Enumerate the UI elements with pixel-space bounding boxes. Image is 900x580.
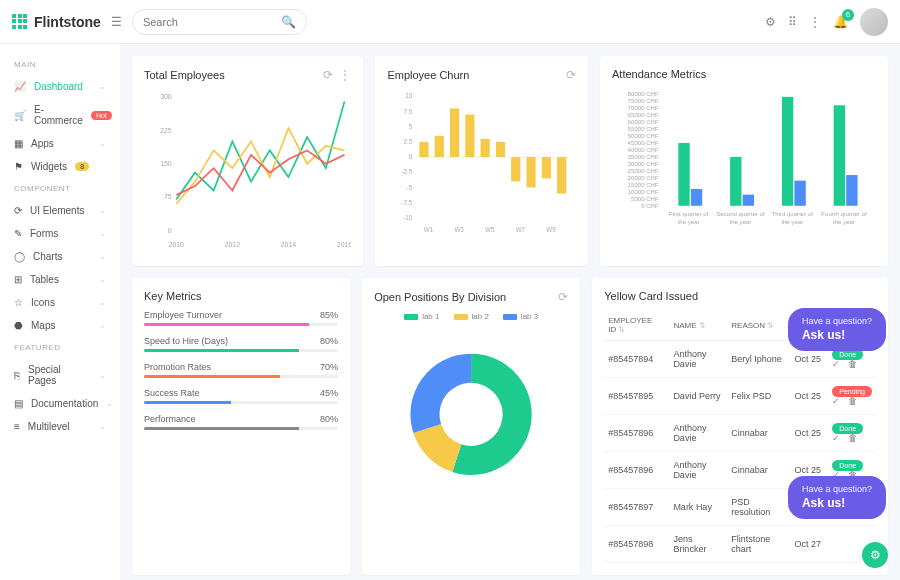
sort-icon[interactable]: ⇅ xyxy=(618,325,625,334)
chevron-down-icon: ⌄ xyxy=(99,371,106,380)
svg-rect-20 xyxy=(435,136,444,157)
metric-value: 80% xyxy=(320,336,338,346)
svg-rect-59 xyxy=(782,97,793,206)
sidebar-item-tables[interactable]: ⊞Tables⌄ xyxy=(0,268,120,291)
cell-name: Anthony Davie xyxy=(669,341,727,378)
sidebar-item-e-commerce[interactable]: 🛒E-CommerceHot xyxy=(0,98,120,132)
logo[interactable]: Flintstone xyxy=(12,14,101,30)
sidebar-item-label: E-Commerce xyxy=(34,104,83,126)
apps-grid-icon[interactable]: ⠿ xyxy=(788,15,797,29)
refresh-icon[interactable]: ⟳ xyxy=(558,290,568,304)
svg-text:W9: W9 xyxy=(547,226,557,233)
metric-row: Speed to Hire (Days)80% xyxy=(144,336,338,352)
sidebar-item-special-pages[interactable]: ⎘Special Pages⌄ xyxy=(0,358,120,392)
card-key-metrics: Key Metrics Employee Turnover85%Speed to… xyxy=(132,278,350,575)
svg-text:-7.5: -7.5 xyxy=(402,199,413,206)
svg-rect-63 xyxy=(834,105,845,206)
trash-icon[interactable]: 🗑 xyxy=(848,396,857,406)
refresh-icon[interactable]: ⟳ xyxy=(566,68,576,82)
metric-row: Success Rate45% xyxy=(144,388,338,404)
gear-icon[interactable]: ⚙ xyxy=(765,15,776,29)
table-row: #85457896Anthony DavieCinnabarOct 25Done… xyxy=(604,415,876,452)
sidebar-item-documentation[interactable]: ▤Documentation⌄ xyxy=(0,392,120,415)
svg-text:10000 CHF: 10000 CHF xyxy=(628,188,659,195)
chevron-down-icon: ⌄ xyxy=(99,321,106,330)
sidebar-item-label: UI Elements xyxy=(30,205,84,216)
cell-name: Anthony Davie xyxy=(669,415,727,452)
fab-settings[interactable]: ⚙ xyxy=(862,542,888,568)
cell-name: Mark Hay xyxy=(669,489,727,526)
svg-rect-56 xyxy=(743,195,754,206)
svg-text:W5: W5 xyxy=(485,226,495,233)
refresh-icon[interactable]: ⟳ xyxy=(323,68,333,82)
chevron-down-icon: ⌄ xyxy=(99,229,106,238)
chevron-down-icon: ⌄ xyxy=(99,82,106,91)
bell-icon[interactable]: 🔔 xyxy=(833,15,848,29)
sidebar-item-apps[interactable]: ▦Apps⌄ xyxy=(0,132,120,155)
sidebar-item-widgets[interactable]: ⚑Widgets8 xyxy=(0,155,120,178)
hamburger-icon[interactable]: ☰ xyxy=(111,15,122,29)
cell-reason: Cinnabar xyxy=(727,452,790,489)
svg-rect-22 xyxy=(466,115,475,158)
svg-text:the year: the year xyxy=(729,218,751,225)
trash-icon[interactable]: 🗑 xyxy=(848,359,857,369)
star-icon: ☆ xyxy=(14,297,23,308)
more-vert-icon[interactable]: ⋮ xyxy=(809,15,821,29)
column-header[interactable]: NAME⇅ xyxy=(669,310,727,341)
search-input[interactable] xyxy=(143,16,281,28)
sort-icon[interactable]: ⇅ xyxy=(767,321,774,330)
sidebar-item-forms[interactable]: ✎Forms⌄ xyxy=(0,222,120,245)
metric-value: 85% xyxy=(320,310,338,320)
check-icon[interactable]: ✓ xyxy=(832,396,840,406)
sidebar-item-maps[interactable]: ⬣Maps⌄ xyxy=(0,314,120,337)
sidebar-item-multilevel[interactable]: ≡Multilevel⌄ xyxy=(0,415,120,438)
chevron-down-icon: ⌄ xyxy=(99,275,106,284)
svg-text:W1: W1 xyxy=(424,226,434,233)
metric-value: 45% xyxy=(320,388,338,398)
svg-rect-52 xyxy=(691,189,702,206)
sidebar-item-icons[interactable]: ☆Icons⌄ xyxy=(0,291,120,314)
sidebar-item-ui-elements[interactable]: ⟳UI Elements⌄ xyxy=(0,199,120,222)
chevron-down-icon: ⌄ xyxy=(99,139,106,148)
svg-text:25000 CHF: 25000 CHF xyxy=(628,167,659,174)
sidebar-item-label: Icons xyxy=(31,297,55,308)
more-icon[interactable]: ⋮ xyxy=(339,68,351,82)
spin-icon: ⟳ xyxy=(14,205,22,216)
cell-reason: Felix PSD xyxy=(727,378,790,415)
sidebar-item-dashboard[interactable]: 📈Dashboard⌄ xyxy=(0,75,120,98)
column-header[interactable]: REASON⇅ xyxy=(727,310,790,341)
svg-text:10: 10 xyxy=(406,92,413,99)
cell-reason: PSD resolution xyxy=(727,489,790,526)
chevron-down-icon: ⌄ xyxy=(106,399,113,408)
check-icon[interactable]: ✓ xyxy=(832,433,840,443)
trash-icon[interactable]: 🗑 xyxy=(848,433,857,443)
sidebar-pill: Hot xyxy=(91,111,112,120)
sidebar-item-label: Widgets xyxy=(31,161,67,172)
ask-bubble[interactable]: Have a question? Ask us! xyxy=(788,476,886,519)
svg-text:300: 300 xyxy=(160,93,172,100)
svg-text:2012: 2012 xyxy=(225,241,241,248)
column-header[interactable]: EMPLOYEE ID⇅ xyxy=(604,310,669,341)
ask-bubble[interactable]: Have a question? Ask us! xyxy=(788,308,886,351)
check-icon[interactable]: ✓ xyxy=(832,359,840,369)
card-title: Employee Churn xyxy=(387,69,469,81)
sidebar-item-charts[interactable]: ◯Charts⌄ xyxy=(0,245,120,268)
search-box[interactable]: 🔍 xyxy=(132,9,307,35)
logo-mark-icon xyxy=(12,14,28,30)
card-attendance: Attendance Metrics 0 CHF5000 CHF10000 CH… xyxy=(600,56,888,266)
svg-rect-64 xyxy=(846,175,857,206)
legend-item: lab 1 xyxy=(404,312,439,321)
search-icon[interactable]: 🔍 xyxy=(281,15,296,29)
svg-text:7.5: 7.5 xyxy=(404,108,413,115)
svg-rect-23 xyxy=(481,139,490,157)
topbar-actions: ⚙ ⠿ ⋮ 🔔 xyxy=(765,8,888,36)
cell-name: Jens Brincker xyxy=(669,526,727,563)
edit-icon: ✎ xyxy=(14,228,22,239)
metric-row: Performance80% xyxy=(144,414,338,430)
cell-id: #85457898 xyxy=(604,526,669,563)
topbar: Flintstone ☰ 🔍 ⚙ ⠿ ⋮ 🔔 xyxy=(0,0,900,44)
sidebar-item-label: Multilevel xyxy=(28,421,70,432)
avatar[interactable] xyxy=(860,8,888,36)
sort-icon[interactable]: ⇅ xyxy=(699,321,706,330)
cell-id: #85457894 xyxy=(604,341,669,378)
